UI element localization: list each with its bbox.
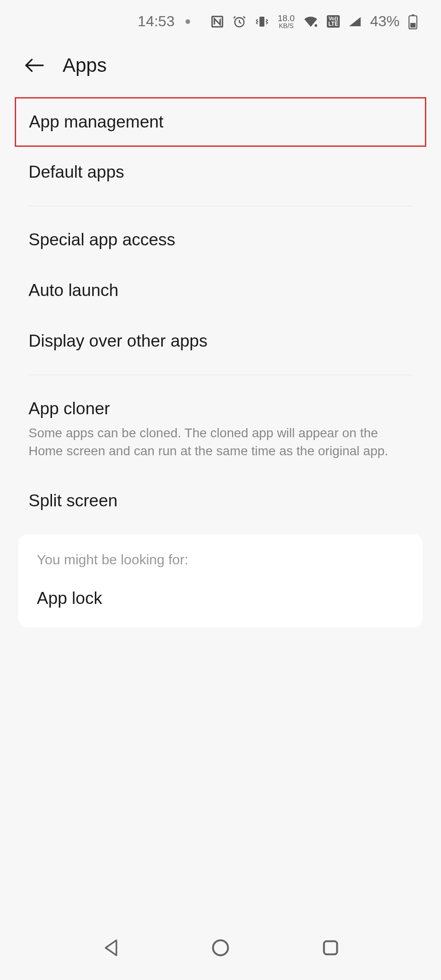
list-item-label: App cloner: [29, 399, 412, 418]
nav-back-button[interactable]: [97, 934, 124, 962]
suggestion-card-title: You might be looking for:: [37, 552, 404, 568]
svg-point-7: [213, 940, 228, 956]
wifi-icon: [303, 15, 319, 28]
list-item-special-access[interactable]: Special app access: [0, 215, 441, 265]
list-item-split-screen[interactable]: Split screen: [0, 476, 441, 526]
svg-rect-5: [412, 14, 414, 16]
status-time: 14:53: [138, 13, 174, 30]
list-item-label: Special app access: [29, 230, 412, 249]
svg-point-3: [315, 24, 318, 27]
page-title: Apps: [63, 54, 107, 76]
status-separator-dot: [186, 19, 190, 24]
list-item-display-over-other[interactable]: Display over other apps: [0, 316, 441, 366]
list-item-description: Some apps can be cloned. The cloned app …: [29, 424, 412, 460]
list-item-label: Display over other apps: [29, 331, 412, 351]
battery-icon: [408, 14, 418, 29]
list-item-label: Default apps: [29, 162, 412, 182]
list-item-label: Auto launch: [29, 281, 412, 300]
nfc-icon: [210, 15, 224, 29]
suggestion-card: You might be looking for: App lock: [18, 534, 423, 627]
nav-recent-button[interactable]: [317, 934, 344, 962]
battery-percent: 43%: [370, 13, 400, 30]
status-bar: 14:53 18.0 KB/S Vo)) LTE: [0, 0, 441, 43]
volte-icon: Vo)) LTE: [327, 15, 340, 28]
vibrate-icon: [255, 15, 269, 29]
svg-rect-6: [410, 23, 415, 27]
nav-home-button[interactable]: [207, 934, 234, 962]
list-item-default-apps[interactable]: Default apps: [0, 147, 441, 197]
suggestion-card-item-app-lock[interactable]: App lock: [37, 589, 404, 608]
data-rate-indicator: 18.0 KB/S: [278, 14, 295, 29]
divider: [29, 206, 412, 206]
list-item-label: Split screen: [29, 491, 412, 510]
svg-rect-8: [324, 941, 337, 955]
alarm-icon: [232, 15, 246, 29]
svg-rect-2: [260, 17, 265, 26]
settings-list: App management Default apps Special app …: [0, 97, 441, 627]
signal-icon: [348, 16, 362, 28]
list-item-auto-launch[interactable]: Auto launch: [0, 265, 441, 316]
list-item-app-cloner[interactable]: App cloner Some apps can be cloned. The …: [0, 383, 441, 476]
navigation-bar: [0, 916, 441, 980]
list-item-label: App management: [29, 112, 411, 132]
back-button[interactable]: [23, 54, 46, 77]
divider: [29, 375, 412, 375]
page-header: Apps: [0, 43, 441, 97]
list-item-app-management[interactable]: App management: [15, 97, 426, 147]
